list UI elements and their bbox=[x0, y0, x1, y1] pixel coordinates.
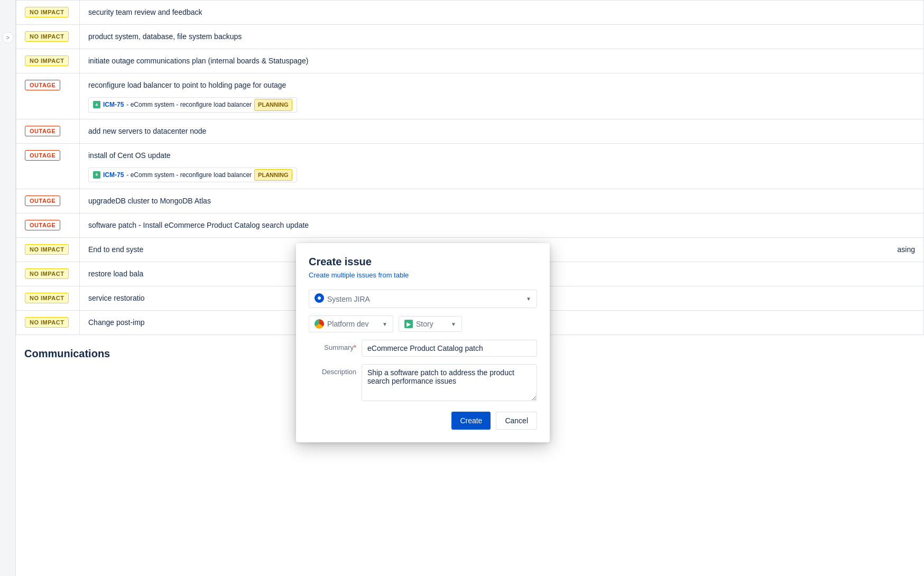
project-issuetype-row: Platform dev ▼ ▶ Story ▼ bbox=[309, 315, 537, 332]
content-cell: reconfigure load balancer to point to ho… bbox=[80, 73, 924, 119]
impact-cell: NO IMPACT bbox=[16, 311, 80, 335]
modal-actions: Create Cancel bbox=[309, 412, 537, 430]
table-row: OUTAGE upgradeDB cluster to MongoDB Atla… bbox=[16, 189, 924, 213]
system-select-row: System JIRA ▼ bbox=[309, 290, 537, 308]
content-cell: security team review and feedback bbox=[80, 1, 924, 25]
status-badge: OUTAGE bbox=[25, 196, 60, 206]
row-text: reconfigure load balancer to point to ho… bbox=[88, 80, 915, 91]
project-select-label: Platform dev bbox=[327, 320, 379, 328]
create-button[interactable]: Create bbox=[451, 412, 491, 430]
issue-type-label: Story bbox=[416, 320, 448, 328]
system-select[interactable]: System JIRA ▼ bbox=[309, 290, 537, 308]
issue-chip-container: + ICM-75 - eComm system - reconfigure lo… bbox=[88, 164, 915, 183]
impact-cell: OUTAGE bbox=[16, 189, 80, 213]
cancel-button[interactable]: Cancel bbox=[496, 412, 537, 430]
issue-icon: + bbox=[93, 171, 100, 179]
issue-link[interactable]: ICM-75 bbox=[103, 170, 124, 180]
issue-chip-container: + ICM-75 - eComm system - reconfigure lo… bbox=[88, 94, 915, 113]
story-icon: ▶ bbox=[404, 320, 413, 328]
impact-cell: NO IMPACT bbox=[16, 1, 80, 25]
required-indicator: * bbox=[354, 343, 356, 351]
issue-chip[interactable]: + ICM-75 - eComm system - reconfigure lo… bbox=[88, 168, 297, 183]
status-badge: NO IMPACT bbox=[25, 244, 69, 255]
status-badge: OUTAGE bbox=[25, 126, 60, 136]
description-field-row: Description Ship a software patch to add… bbox=[309, 364, 537, 401]
create-multiple-issues-link[interactable]: Create multiple issues from table bbox=[309, 271, 537, 279]
issue-link[interactable]: ICM-75 bbox=[103, 100, 124, 109]
content-cell: initiate outage communications plan (int… bbox=[80, 49, 924, 73]
row-text: add new servers to datacenter node bbox=[88, 127, 206, 135]
main-content: NO IMPACT security team review and feedb… bbox=[16, 0, 924, 576]
chevron-down-icon: ▼ bbox=[382, 321, 387, 327]
impact-cell: NO IMPACT bbox=[16, 286, 80, 311]
row-text: initiate outage communications plan (int… bbox=[88, 57, 308, 65]
project-select[interactable]: Platform dev ▼ bbox=[309, 315, 393, 332]
status-badge: NO IMPACT bbox=[25, 31, 69, 42]
row-text: service restoratio bbox=[88, 294, 145, 302]
table-row: OUTAGE add new servers to datacenter nod… bbox=[16, 119, 924, 143]
sidebar-toggle: > bbox=[0, 0, 16, 576]
impact-cell: OUTAGE bbox=[16, 213, 80, 238]
row-text: software patch - Install eCommerce Produ… bbox=[88, 221, 309, 229]
impact-cell: NO IMPACT bbox=[16, 238, 80, 262]
issue-type-select[interactable]: ▶ Story ▼ bbox=[399, 316, 462, 332]
description-textarea[interactable]: Ship a software patch to address the pro… bbox=[362, 364, 537, 401]
table-row: NO IMPACT initiate outage communications… bbox=[16, 49, 924, 73]
issue-text: - eComm system - reconfigure load balanc… bbox=[126, 170, 252, 180]
table-row: OUTAGE software patch - Install eCommerc… bbox=[16, 213, 924, 238]
impact-cell: NO IMPACT bbox=[16, 262, 80, 286]
content-cell: upgradeDB cluster to MongoDB Atlas bbox=[80, 189, 924, 213]
page-wrapper: > NO IMPACT security team review and fee… bbox=[0, 0, 924, 576]
planning-badge: PLANNING bbox=[254, 99, 292, 111]
impact-cell: OUTAGE bbox=[16, 73, 80, 119]
status-badge: OUTAGE bbox=[25, 150, 60, 161]
modal-form: System JIRA ▼ Platform dev ▼ ▶ bbox=[309, 290, 537, 430]
chevron-icon: > bbox=[6, 35, 10, 41]
sidebar-chevron-button[interactable]: > bbox=[2, 32, 14, 43]
table-row: OUTAGE install of Cent OS update + ICM-7… bbox=[16, 143, 924, 189]
row-text: End to end syste bbox=[88, 245, 143, 254]
summary-label: Summary* bbox=[309, 340, 356, 351]
table-row: NO IMPACT product system, database, file… bbox=[16, 25, 924, 49]
status-badge: NO IMPACT bbox=[25, 317, 69, 328]
svg-point-1 bbox=[318, 296, 321, 300]
table-row: OUTAGE reconfigure load balancer to poin… bbox=[16, 73, 924, 119]
chevron-down-icon: ▼ bbox=[526, 296, 531, 302]
summary-field-row: Summary* bbox=[309, 340, 537, 357]
chevron-down-icon: ▼ bbox=[451, 321, 456, 327]
row-text: upgradeDB cluster to MongoDB Atlas bbox=[88, 197, 211, 205]
status-badge: NO IMPACT bbox=[25, 55, 69, 66]
status-badge: OUTAGE bbox=[25, 220, 60, 230]
issue-text: - eComm system - reconfigure load balanc… bbox=[126, 100, 252, 109]
system-select-label: System JIRA bbox=[327, 295, 523, 303]
impact-cell: NO IMPACT bbox=[16, 49, 80, 73]
row-text: restore load bala bbox=[88, 270, 143, 278]
status-badge: NO IMPACT bbox=[25, 293, 69, 303]
row-text: Change post-imp bbox=[88, 318, 145, 327]
content-cell: add new servers to datacenter node bbox=[80, 119, 924, 143]
status-badge: OUTAGE bbox=[25, 80, 60, 90]
content-cell: software patch - Install eCommerce Produ… bbox=[80, 213, 924, 238]
summary-input[interactable] bbox=[362, 340, 537, 357]
row-text: install of Cent OS update bbox=[88, 150, 915, 161]
row-text-suffix: asing bbox=[898, 244, 915, 255]
status-badge: NO IMPACT bbox=[25, 268, 69, 279]
row-text: product system, database, file system ba… bbox=[88, 32, 242, 41]
jira-logo-icon bbox=[315, 293, 324, 304]
row-text: security team review and feedback bbox=[88, 8, 202, 16]
impact-cell: NO IMPACT bbox=[16, 25, 80, 49]
description-label: Description bbox=[309, 364, 356, 376]
table-row: NO IMPACT security team review and feedb… bbox=[16, 1, 924, 25]
planning-badge: PLANNING bbox=[254, 169, 292, 181]
create-issue-modal: Create issue Create multiple issues from… bbox=[296, 243, 550, 442]
content-cell: install of Cent OS update + ICM-75 - eCo… bbox=[80, 143, 924, 189]
impact-cell: OUTAGE bbox=[16, 119, 80, 143]
impact-cell: OUTAGE bbox=[16, 143, 80, 189]
modal-title: Create issue bbox=[309, 256, 537, 268]
issue-icon: + bbox=[93, 101, 100, 108]
issue-chip[interactable]: + ICM-75 - eComm system - reconfigure lo… bbox=[88, 97, 297, 113]
status-badge: NO IMPACT bbox=[25, 7, 69, 17]
content-cell: product system, database, file system ba… bbox=[80, 25, 924, 49]
platform-dev-icon bbox=[315, 319, 324, 329]
